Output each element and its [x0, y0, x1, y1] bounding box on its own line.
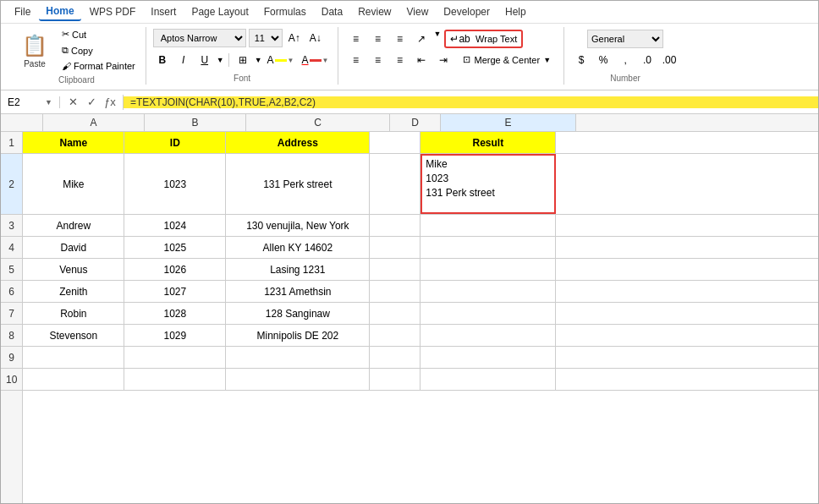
cell-a8[interactable]: Stevenson [23, 325, 124, 346]
align-top-left-button[interactable]: ≡ [345, 30, 366, 48]
align-right-button[interactable]: ≡ [389, 51, 410, 69]
insert-function-button[interactable]: ƒx [102, 95, 118, 110]
decrease-indent-button[interactable]: ⇤ [411, 51, 431, 69]
col-header-a[interactable]: A [43, 114, 145, 131]
menu-insert[interactable]: Insert [144, 3, 183, 20]
cell-d5[interactable] [370, 259, 420, 280]
col-header-d[interactable]: D [390, 114, 441, 131]
cell-reference[interactable]: E2 ▼ [1, 96, 60, 108]
row-header-9[interactable]: 9 [1, 347, 22, 369]
cell-a4[interactable]: David [23, 237, 124, 258]
align-top-center-button[interactable]: ≡ [367, 30, 388, 48]
cell-e9[interactable] [420, 347, 556, 368]
underline-button[interactable]: U [195, 51, 214, 69]
highlight-dropdown-arrow[interactable]: ▼ [288, 57, 294, 64]
cell-d10[interactable] [370, 369, 420, 390]
menu-developer[interactable]: Developer [437, 3, 497, 20]
menu-pagelayout[interactable]: Page Layout [184, 3, 255, 20]
cell-d2[interactable] [370, 154, 420, 214]
highlight-color-button[interactable]: A ▼ [265, 53, 297, 67]
font-color-button[interactable]: A ▼ [300, 53, 332, 67]
cell-a9[interactable] [23, 347, 124, 368]
menu-file[interactable]: File [8, 3, 37, 20]
row-header-3[interactable]: 3 [1, 215, 22, 237]
cancel-formula-button[interactable]: ✕ [65, 95, 80, 110]
cell-c5[interactable]: Lasing 1231 [226, 259, 370, 280]
row-header-10[interactable]: 10 [1, 369, 22, 391]
comma-button[interactable]: , [615, 51, 635, 69]
formula-input[interactable] [124, 96, 818, 108]
row-header-4[interactable]: 4 [1, 237, 22, 259]
cell-d3[interactable] [370, 215, 420, 236]
cell-a3[interactable]: Andrew [23, 215, 124, 236]
row-header-8[interactable]: 8 [1, 325, 22, 347]
cell-c8[interactable]: Minnipolis DE 202 [226, 325, 370, 346]
cell-e1[interactable]: Result [420, 132, 556, 153]
cell-b10[interactable] [124, 369, 226, 390]
cell-a6[interactable]: Zenith [23, 281, 124, 302]
cell-b7[interactable]: 1028 [124, 303, 226, 324]
cell-c10[interactable] [226, 369, 370, 390]
cell-b9[interactable] [124, 347, 226, 368]
borders-button[interactable]: ⊞ [234, 51, 252, 69]
cell-b8[interactable]: 1029 [124, 325, 226, 346]
font-size-select[interactable]: 11 [249, 29, 283, 47]
increase-decimal-button[interactable]: .00 [659, 51, 679, 69]
cell-e2[interactable]: Mike 1023 131 Perk street [420, 154, 556, 214]
cell-c2[interactable]: 131 Perk street [226, 154, 370, 214]
cell-d6[interactable] [370, 281, 420, 302]
cell-e6[interactable] [420, 281, 556, 302]
cell-e8[interactable] [420, 325, 556, 346]
cut-button[interactable]: ✂ Cut [58, 27, 139, 41]
accounting-button[interactable]: $ [571, 51, 591, 69]
cell-e7[interactable] [420, 303, 556, 324]
cell-b3[interactable]: 1024 [124, 215, 226, 236]
row-header-1[interactable]: 1 [1, 132, 22, 154]
font-family-select[interactable]: Aptos Narrow [153, 29, 246, 47]
cell-b4[interactable]: 1025 [124, 237, 226, 258]
format-painter-button[interactable]: 🖌 Format Painter [58, 59, 139, 73]
cell-a2[interactable]: Mike [23, 154, 124, 214]
percent-button[interactable]: % [593, 51, 613, 69]
cell-a1[interactable]: Name [23, 132, 124, 153]
orientation-dropdown[interactable]: ▼ [433, 30, 441, 48]
row-header-2[interactable]: 2 [1, 154, 22, 215]
col-header-b[interactable]: B [145, 114, 246, 131]
number-format-select[interactable]: General [587, 30, 663, 48]
italic-button[interactable]: I [174, 51, 193, 69]
cell-d9[interactable] [370, 347, 420, 368]
cell-b5[interactable]: 1026 [124, 259, 226, 280]
menu-review[interactable]: Review [351, 3, 398, 20]
cell-d1[interactable] [370, 132, 420, 153]
copy-button[interactable]: ⧉ Copy [58, 43, 139, 58]
cell-c3[interactable]: 130 venujila, New York [226, 215, 370, 236]
cell-e4[interactable] [420, 237, 556, 258]
bold-button[interactable]: B [153, 51, 172, 69]
align-top-right-button[interactable]: ≡ [389, 30, 410, 48]
borders-dropdown[interactable]: ▼ [255, 56, 262, 64]
row-header-6[interactable]: 6 [1, 281, 22, 303]
underline-dropdown[interactable]: ▼ [217, 56, 224, 64]
cell-d8[interactable] [370, 325, 420, 346]
decrease-font-button[interactable]: A↓ [306, 29, 325, 47]
cell-c6[interactable]: 1231 Amethsin [226, 281, 370, 302]
cell-d4[interactable] [370, 237, 420, 258]
col-header-e[interactable]: E [441, 114, 576, 131]
paste-button[interactable]: 📋 Paste [14, 29, 55, 72]
cell-c7[interactable]: 128 Sanginaw [226, 303, 370, 324]
cell-e10[interactable] [420, 369, 556, 390]
orientation-button[interactable]: ↗ [411, 30, 431, 48]
increase-indent-button[interactable]: ⇥ [433, 51, 453, 69]
cell-b1[interactable]: ID [124, 132, 226, 153]
menu-wpspdf[interactable]: WPS PDF [83, 3, 143, 20]
cell-e3[interactable] [420, 215, 556, 236]
cell-a7[interactable]: Robin [23, 303, 124, 324]
cell-c9[interactable] [226, 347, 370, 368]
cell-a5[interactable]: Venus [23, 259, 124, 280]
cell-d7[interactable] [370, 303, 420, 324]
col-header-c[interactable]: C [246, 114, 390, 131]
cell-c1[interactable]: Address [226, 132, 370, 153]
cell-c4[interactable]: Allen KY 14602 [226, 237, 370, 258]
menu-view[interactable]: View [400, 3, 436, 20]
cell-ref-dropdown[interactable]: ▼ [45, 98, 52, 107]
